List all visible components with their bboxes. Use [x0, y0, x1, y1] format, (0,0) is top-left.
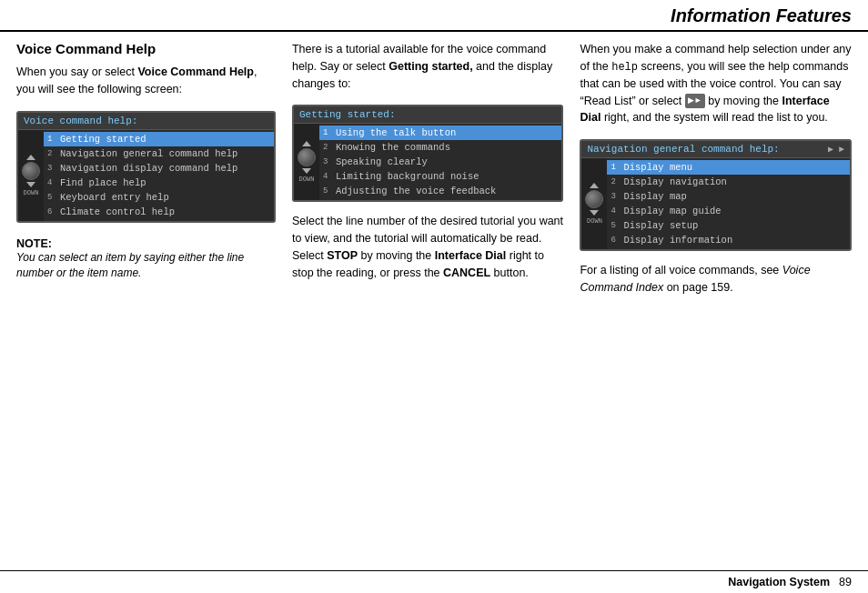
- footer-page-num: 89: [839, 576, 852, 588]
- screen-body-left: DOWN 1 Getting started 2 Navigation gene…: [18, 130, 274, 221]
- screen-row: 5 Adjusting the voice feedback: [319, 184, 562, 198]
- arrow-down-icon: [590, 210, 599, 216]
- screen-row: 6 Climate control help: [44, 205, 274, 219]
- dial-icon: [22, 162, 40, 180]
- screen-row: 5 Keyboard entry help: [44, 190, 274, 205]
- screen-list-mid: 1 Using the talk button 2 Knowing the co…: [319, 124, 562, 200]
- screen-row: 2 Display navigation: [607, 175, 850, 189]
- screen-row: 1 Using the talk button: [319, 126, 562, 140]
- screen-body-right: DOWN 1 Display menu 2 Display navigation…: [581, 158, 850, 249]
- mid-column: There is a tutorial available for the vo…: [292, 41, 564, 545]
- screen-row: 1 Getting started: [44, 132, 274, 146]
- arrow-down-icon: [26, 182, 35, 187]
- screen-row: 1 Display menu: [607, 160, 850, 175]
- arrow-up-icon: [26, 155, 35, 160]
- arrow-up-icon: [302, 141, 311, 146]
- screen-row: 3 Speaking clearly: [319, 155, 562, 169]
- screen-row: 2 Navigation general command help: [44, 146, 274, 161]
- screen-controls-mid: DOWN: [294, 124, 319, 200]
- screen-row: 6 Display information: [607, 233, 850, 247]
- screen-row: 3 Display map: [607, 189, 850, 204]
- nav-general-command-screen: Navigation general command help: ▶ ► DOW…: [580, 139, 852, 251]
- right-body2-text: For a listing of all voice commands, see…: [580, 262, 852, 296]
- screen-controls-right: DOWN: [581, 158, 607, 249]
- arrow-down-icon: [302, 168, 311, 174]
- screen-row: 4 Find place help: [44, 176, 274, 190]
- speaker-icon: ▶►: [685, 94, 705, 108]
- right-body1-text: When you make a command help selection u…: [580, 41, 852, 126]
- mid-intro-text: There is a tutorial available for the vo…: [292, 41, 564, 92]
- mid-body2-text: Select the line number of the desired tu…: [292, 213, 564, 281]
- getting-started-screen: Getting started: DOWN 1 Using the talk b…: [292, 105, 564, 202]
- dial-icon: [298, 148, 316, 166]
- section-title-left: Voice Command Help: [16, 41, 276, 56]
- right-column: When you make a command help selection u…: [580, 41, 852, 545]
- screen-row: 2 Knowing the commands: [319, 140, 562, 155]
- screen-header-left: Voice command help:: [18, 113, 274, 130]
- screen-header-right: Navigation general command help: ▶ ►: [581, 141, 850, 158]
- voice-command-help-screen: Voice command help: DOWN 1 Getting start…: [16, 111, 276, 223]
- footer-nav-system: Navigation System: [728, 576, 830, 588]
- screen-controls-left: DOWN: [18, 130, 44, 221]
- screen-row: 3 Navigation display command help: [44, 161, 274, 176]
- screen-row: 4 Display map guide: [607, 204, 850, 218]
- screen-body-mid: DOWN 1 Using the talk button 2 Knowing t…: [294, 124, 562, 200]
- note-box: NOTE: You can select an item by saying e…: [16, 237, 276, 282]
- screen-header-icons: ▶ ►: [828, 144, 844, 155]
- screen-list-left: 1 Getting started 2 Navigation general c…: [44, 130, 274, 221]
- left-intro-text: When you say or select Voice Command Hel…: [16, 64, 276, 98]
- screen-row: 5 Display setup: [607, 218, 850, 233]
- screen-row: 4 Limiting background noise: [319, 169, 562, 184]
- left-column: Voice Command Help When you say or selec…: [16, 41, 276, 545]
- page-header: Information Features: [0, 0, 868, 32]
- content-area: Voice Command Help When you say or selec…: [0, 32, 868, 554]
- page-title: Information Features: [16, 5, 852, 26]
- page-footer: Navigation System 89: [0, 570, 868, 593]
- arrow-up-icon: [590, 183, 599, 188]
- dial-icon: [585, 190, 603, 208]
- screen-list-right: 1 Display menu 2 Display navigation 3 Di…: [607, 158, 850, 249]
- screen-header-mid: Getting started:: [294, 106, 562, 124]
